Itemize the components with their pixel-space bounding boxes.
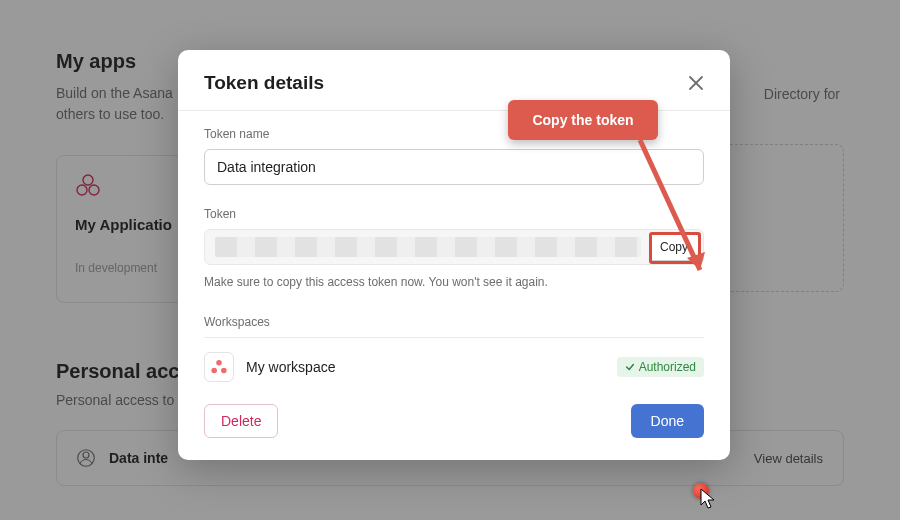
workspaces-label: Workspaces: [204, 315, 704, 329]
token-value-box: Copy: [204, 229, 704, 265]
workspace-logo-icon: [204, 352, 234, 382]
close-icon[interactable]: [688, 75, 704, 91]
token-obscured-value: [215, 237, 641, 257]
modal-title: Token details: [204, 72, 324, 94]
done-button[interactable]: Done: [631, 404, 704, 438]
workspace-row: My workspace Authorized: [204, 337, 704, 396]
authorized-badge: Authorized: [617, 357, 704, 377]
annotation-callout: Copy the token: [508, 100, 658, 140]
svg-point-7: [216, 360, 222, 366]
svg-point-8: [211, 368, 217, 374]
authorized-badge-text: Authorized: [639, 360, 696, 374]
delete-button[interactable]: Delete: [204, 404, 278, 438]
check-icon: [625, 362, 635, 372]
token-label: Token: [204, 207, 704, 221]
cursor-icon: [700, 488, 716, 510]
workspace-name: My workspace: [246, 359, 335, 375]
modal-footer: Delete Done: [178, 396, 730, 438]
token-name-input[interactable]: [204, 149, 704, 185]
svg-point-9: [221, 368, 227, 374]
token-field-block: Token Copy Make sure to copy this access…: [204, 207, 704, 289]
copy-token-button[interactable]: Copy: [649, 233, 699, 261]
token-hint-text: Make sure to copy this access token now.…: [204, 275, 704, 289]
modal-body: Token name Token Copy Make sure to copy …: [178, 111, 730, 396]
workspaces-block: Workspaces My workspace: [204, 315, 704, 396]
